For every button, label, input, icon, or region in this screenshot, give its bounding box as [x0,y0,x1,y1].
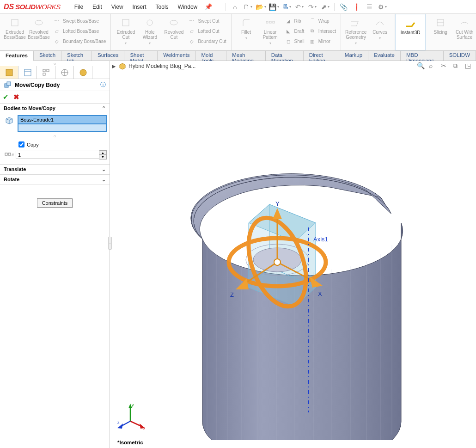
dimxpert-icon [61,68,69,77]
ok-button[interactable]: ✔ [3,93,9,101]
constraints-button[interactable]: Constraints [37,198,73,208]
selected-body-item[interactable]: Boss-Extrude1 [18,115,107,124]
panel-tab-dimxpert[interactable] [55,66,74,79]
section-bodies-to-move[interactable]: Bodies to Move/Copy ⌃ [0,103,110,113]
tab-mesh-modeling[interactable]: Mesh Modeling [226,51,265,61]
panel-grip-top[interactable]: ○ [0,61,110,66]
boundary-boss-button[interactable]: ◇Boundary Boss/Base [51,36,108,46]
rib-button[interactable]: ◢Rib [282,16,306,26]
rebuild-button[interactable]: ❗ [350,1,362,12]
breadcrumb-doc-name[interactable]: Hybrid Modeling Blog_Pa... [128,63,195,69]
save-button[interactable]: 💾 [268,1,280,12]
extruded-cut-button[interactable]: Extruded Cut▾ [114,16,138,47]
tab-evaluate[interactable]: Evaluate [368,51,401,61]
tab-mold-tools[interactable]: Mold Tools [196,51,227,61]
svg-rect-22 [7,82,11,86]
tab-mbd-dimensions[interactable]: MBD Dimensions [401,51,444,61]
view-orientation-icon[interactable]: ⧉ [453,62,461,70]
section-view-icon[interactable]: ✂ [441,62,449,70]
open-button[interactable]: 📂 [255,1,267,12]
boundary-cut-icon: ◇ [188,37,196,45]
mirror-button[interactable]: ▥Mirror [306,36,338,46]
copy-count-input[interactable] [16,151,99,159]
panel-tab-display-manager[interactable] [74,66,92,79]
extruded-boss-button[interactable]: Extruded Boss/Base [3,16,27,41]
revolved-boss-button[interactable]: Revolved Boss/Base [27,16,51,41]
zoom-to-fit-icon[interactable]: 🔍 [417,62,425,70]
wrap-button[interactable]: ⌒Wrap [306,16,338,26]
fillet-button[interactable]: Fillet▾ [234,16,258,42]
breadcrumb-arrow-icon[interactable]: ▶ [112,63,116,69]
new-button[interactable]: 🗋 [242,1,254,12]
spinner-down[interactable]: ▼ [99,155,106,159]
body-selection-listbox[interactable] [18,123,107,132]
section-rotate[interactable]: Rotate ⌄ [0,174,110,184]
cancel-button[interactable]: ✖ [13,93,19,101]
menu-tools[interactable]: Tools [151,2,173,12]
boundary-cut-button[interactable]: ◇Boundary Cut [186,36,228,46]
panel-tab-property-manager[interactable] [18,66,37,79]
linear-pattern-button[interactable]: Linear Pattern▾ [258,16,282,47]
lofted-cut-button[interactable]: ▱Lofted Cut [186,26,228,36]
mirror-icon: ▥ [308,37,317,45]
menu-view[interactable]: View [107,2,128,12]
count-spinner[interactable]: ▲▼ [99,150,107,160]
tab-sheet-metal[interactable]: Sheet Metal [124,51,158,61]
tab-surfaces[interactable]: Surfaces [92,51,124,61]
curves-button[interactable]: Curves▾ [368,16,392,42]
menu-file[interactable]: File [70,2,88,12]
view-status: *Isometric [117,440,143,445]
svg-rect-6 [269,21,271,23]
instant3d-button[interactable]: Instant3D [398,16,422,36]
lofted-boss-button[interactable]: ▱Lofted Boss/Base [51,26,108,36]
draft-button[interactable]: ◣Draft [282,26,306,36]
breadcrumb[interactable]: ▶ Hybrid Modeling Blog_Pa... [112,62,195,70]
viewport-toolbar: 🔍 ⌕ ✂ ⧉ ◳ [417,62,473,70]
panel-tab-feature-manager[interactable] [0,66,18,79]
settings-button[interactable]: ⚙ [376,1,388,12]
options-list-button[interactable]: ☰ [363,1,375,12]
tab-features[interactable]: Features [0,51,34,61]
slicing-button[interactable]: Slicing [428,16,452,36]
spinner-up[interactable]: ▲ [99,151,106,155]
pin-icon[interactable]: 📌 [205,3,212,10]
select-button[interactable]: ⬈ [319,1,331,12]
tab-markup[interactable]: Markup [339,51,368,61]
tab-sketch-ink[interactable]: Sketch Ink [61,51,92,61]
zoom-area-icon[interactable]: ⌕ [429,62,437,70]
home-button[interactable]: ⌂ [229,1,241,12]
attach-button[interactable]: 📎 [337,1,349,12]
hole-wizard-button[interactable]: Hole Wizard▾ [138,16,162,47]
intersect-icon: ⧉ [308,27,317,35]
model-canvas[interactable]: Y X Z Axis1 [110,70,470,440]
menu-window[interactable]: Window [173,2,202,12]
panel-tab-configuration-manager[interactable] [37,66,55,79]
swept-boss-button[interactable]: 〰Swept Boss/Base [51,16,108,26]
copy-checkbox[interactable] [18,141,24,147]
undo-button[interactable]: ↶ [293,1,305,12]
menu-insert[interactable]: Insert [128,2,151,12]
intersect-button[interactable]: ⧉Intersect [306,26,338,36]
revolved-cut-button[interactable]: Revolved Cut [162,16,186,41]
cut-with-surface-button[interactable]: Cut With Surface [452,16,476,41]
svg-rect-8 [351,21,358,26]
list-grip[interactable]: ○ [3,134,107,139]
tab-solidworks-addins[interactable]: SOLIDW [444,51,476,61]
orientation-triad[interactable]: y x z [117,402,145,430]
reference-geometry-button[interactable]: Reference Geometry▾ [344,16,368,47]
command-tabstrip: Features Sketch Sketch Ink Surfaces Shee… [0,51,476,61]
tab-weldments[interactable]: Weldments [158,51,195,61]
swept-cut-button[interactable]: 〰Swept Cut [186,16,228,26]
tab-sketch[interactable]: Sketch [34,51,61,61]
display-style-icon[interactable]: ◳ [465,62,473,70]
section-translate[interactable]: Translate ⌄ [0,164,110,174]
help-icon[interactable]: ⓘ [100,81,106,89]
shell-button[interactable]: ◻Shell [282,36,306,46]
tab-direct-editing[interactable]: Direct Editing [304,51,339,61]
redo-button[interactable]: ↷ [306,1,318,12]
svg-text:#: # [12,153,14,157]
menu-edit[interactable]: Edit [88,2,107,12]
tab-data-migration[interactable]: Data Migration [266,51,304,61]
graphics-viewport[interactable]: ◦ ▶ Hybrid Modeling Blog_Pa... 🔍 ⌕ ✂ ⧉ ◳ [110,61,476,448]
print-button[interactable]: 🖶 [281,1,293,12]
